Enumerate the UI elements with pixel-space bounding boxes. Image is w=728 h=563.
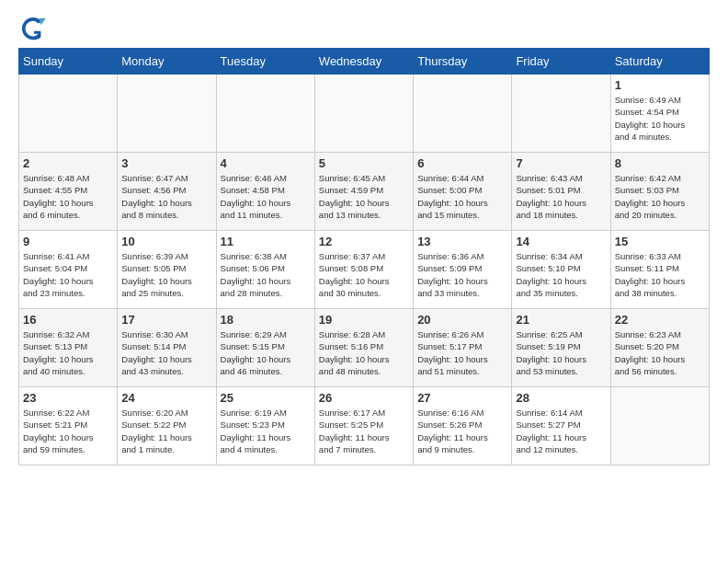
day-info: Sunrise: 6:45 AM Sunset: 4:59 PM Dayligh… xyxy=(319,172,409,221)
day-info: Sunrise: 6:37 AM Sunset: 5:08 PM Dayligh… xyxy=(319,250,409,299)
logo-icon xyxy=(20,17,46,42)
weekday-header-saturday: Saturday xyxy=(610,49,709,75)
calendar-cell xyxy=(118,75,216,153)
week-row-3: 9Sunrise: 6:41 AM Sunset: 5:04 PM Daylig… xyxy=(19,231,710,309)
day-number: 16 xyxy=(23,313,113,327)
day-info: Sunrise: 6:28 AM Sunset: 5:16 PM Dayligh… xyxy=(319,328,409,377)
day-info: Sunrise: 6:47 AM Sunset: 4:56 PM Dayligh… xyxy=(121,172,211,221)
day-info: Sunrise: 6:39 AM Sunset: 5:05 PM Dayligh… xyxy=(121,250,211,299)
day-info: Sunrise: 6:22 AM Sunset: 5:21 PM Dayligh… xyxy=(23,407,113,455)
day-info: Sunrise: 6:29 AM Sunset: 5:15 PM Dayligh… xyxy=(221,328,311,377)
weekday-header-row: SundayMondayTuesdayWednesdayThursdayFrid… xyxy=(19,49,710,75)
day-info: Sunrise: 6:23 AM Sunset: 5:20 PM Dayligh… xyxy=(615,328,705,377)
weekday-header-friday: Friday xyxy=(512,49,610,75)
weekday-header-sunday: Sunday xyxy=(19,49,118,75)
calendar-cell: 28Sunrise: 6:14 AM Sunset: 5:27 PM Dayli… xyxy=(512,387,610,465)
day-info: Sunrise: 6:34 AM Sunset: 5:10 PM Dayligh… xyxy=(516,250,606,299)
page-header xyxy=(18,18,710,39)
day-number: 13 xyxy=(417,235,507,248)
day-info: Sunrise: 6:19 AM Sunset: 5:23 PM Dayligh… xyxy=(221,407,311,455)
calendar-cell: 12Sunrise: 6:37 AM Sunset: 5:08 PM Dayli… xyxy=(314,231,413,309)
calendar-cell: 26Sunrise: 6:17 AM Sunset: 5:25 PM Dayli… xyxy=(314,387,413,465)
day-number: 12 xyxy=(319,235,409,248)
day-info: Sunrise: 6:42 AM Sunset: 5:03 PM Dayligh… xyxy=(615,172,705,221)
day-number: 15 xyxy=(615,235,705,248)
weekday-header-tuesday: Tuesday xyxy=(216,49,314,75)
day-number: 25 xyxy=(221,391,311,405)
calendar-cell: 21Sunrise: 6:25 AM Sunset: 5:19 PM Dayli… xyxy=(512,309,610,387)
calendar-cell: 18Sunrise: 6:29 AM Sunset: 5:15 PM Dayli… xyxy=(216,309,314,387)
day-number: 5 xyxy=(319,156,409,170)
day-number: 14 xyxy=(516,235,606,248)
calendar-cell: 16Sunrise: 6:32 AM Sunset: 5:13 PM Dayli… xyxy=(19,309,118,387)
calendar-cell: 22Sunrise: 6:23 AM Sunset: 5:20 PM Dayli… xyxy=(610,309,709,387)
calendar-cell: 19Sunrise: 6:28 AM Sunset: 5:16 PM Dayli… xyxy=(314,309,413,387)
day-number: 23 xyxy=(23,391,113,405)
day-info: Sunrise: 6:30 AM Sunset: 5:14 PM Dayligh… xyxy=(121,328,211,377)
day-number: 11 xyxy=(221,235,311,248)
day-info: Sunrise: 6:20 AM Sunset: 5:22 PM Dayligh… xyxy=(121,407,211,455)
calendar-cell: 15Sunrise: 6:33 AM Sunset: 5:11 PM Dayli… xyxy=(610,231,709,309)
day-number: 2 xyxy=(23,156,113,170)
calendar-cell: 10Sunrise: 6:39 AM Sunset: 5:05 PM Dayli… xyxy=(118,231,216,309)
day-info: Sunrise: 6:32 AM Sunset: 5:13 PM Dayligh… xyxy=(23,328,113,377)
calendar-cell xyxy=(314,75,413,153)
day-number: 18 xyxy=(221,313,311,327)
day-number: 22 xyxy=(615,313,705,327)
calendar-cell: 24Sunrise: 6:20 AM Sunset: 5:22 PM Dayli… xyxy=(118,387,216,465)
calendar-cell: 5Sunrise: 6:45 AM Sunset: 4:59 PM Daylig… xyxy=(314,153,413,231)
weekday-header-wednesday: Wednesday xyxy=(314,49,413,75)
logo xyxy=(18,18,46,39)
day-info: Sunrise: 6:48 AM Sunset: 4:55 PM Dayligh… xyxy=(23,172,113,221)
day-info: Sunrise: 6:44 AM Sunset: 5:00 PM Dayligh… xyxy=(417,172,507,221)
calendar-cell: 14Sunrise: 6:34 AM Sunset: 5:10 PM Dayli… xyxy=(512,231,610,309)
day-info: Sunrise: 6:38 AM Sunset: 5:06 PM Dayligh… xyxy=(221,250,311,299)
weekday-header-monday: Monday xyxy=(118,49,216,75)
week-row-1: 1Sunrise: 6:49 AM Sunset: 4:54 PM Daylig… xyxy=(19,75,710,153)
day-info: Sunrise: 6:16 AM Sunset: 5:26 PM Dayligh… xyxy=(417,407,507,455)
day-number: 17 xyxy=(121,313,211,327)
day-number: 24 xyxy=(121,391,211,405)
day-number: 19 xyxy=(319,313,409,327)
day-number: 21 xyxy=(516,313,606,327)
day-info: Sunrise: 6:43 AM Sunset: 5:01 PM Dayligh… xyxy=(516,172,606,221)
calendar-cell: 7Sunrise: 6:43 AM Sunset: 5:01 PM Daylig… xyxy=(512,153,610,231)
day-info: Sunrise: 6:49 AM Sunset: 4:54 PM Dayligh… xyxy=(615,94,705,143)
calendar-cell: 13Sunrise: 6:36 AM Sunset: 5:09 PM Dayli… xyxy=(414,231,512,309)
day-number: 28 xyxy=(516,391,606,405)
calendar-table: SundayMondayTuesdayWednesdayThursdayFrid… xyxy=(18,48,710,465)
calendar-cell: 3Sunrise: 6:47 AM Sunset: 4:56 PM Daylig… xyxy=(118,153,216,231)
day-number: 3 xyxy=(121,156,211,170)
calendar-cell: 27Sunrise: 6:16 AM Sunset: 5:26 PM Dayli… xyxy=(414,387,512,465)
calendar-cell xyxy=(610,387,709,465)
day-number: 26 xyxy=(319,391,409,405)
calendar-cell xyxy=(216,75,314,153)
calendar-cell: 17Sunrise: 6:30 AM Sunset: 5:14 PM Dayli… xyxy=(118,309,216,387)
day-number: 8 xyxy=(615,156,705,170)
calendar-cell: 2Sunrise: 6:48 AM Sunset: 4:55 PM Daylig… xyxy=(19,153,118,231)
calendar-cell: 6Sunrise: 6:44 AM Sunset: 5:00 PM Daylig… xyxy=(414,153,512,231)
day-info: Sunrise: 6:46 AM Sunset: 4:58 PM Dayligh… xyxy=(221,172,311,221)
day-info: Sunrise: 6:26 AM Sunset: 5:17 PM Dayligh… xyxy=(417,328,507,377)
day-info: Sunrise: 6:36 AM Sunset: 5:09 PM Dayligh… xyxy=(417,250,507,299)
calendar-cell: 23Sunrise: 6:22 AM Sunset: 5:21 PM Dayli… xyxy=(19,387,118,465)
day-info: Sunrise: 6:41 AM Sunset: 5:04 PM Dayligh… xyxy=(23,250,113,299)
day-info: Sunrise: 6:33 AM Sunset: 5:11 PM Dayligh… xyxy=(615,250,705,299)
weekday-header-thursday: Thursday xyxy=(414,49,512,75)
day-number: 10 xyxy=(121,235,211,248)
day-number: 4 xyxy=(221,156,311,170)
calendar-cell: 9Sunrise: 6:41 AM Sunset: 5:04 PM Daylig… xyxy=(19,231,118,309)
calendar-cell xyxy=(19,75,118,153)
day-number: 27 xyxy=(417,391,507,405)
day-number: 1 xyxy=(615,78,705,92)
day-info: Sunrise: 6:25 AM Sunset: 5:19 PM Dayligh… xyxy=(516,328,606,377)
day-info: Sunrise: 6:14 AM Sunset: 5:27 PM Dayligh… xyxy=(516,407,606,455)
calendar-cell xyxy=(512,75,610,153)
week-row-5: 23Sunrise: 6:22 AM Sunset: 5:21 PM Dayli… xyxy=(19,387,710,465)
week-row-4: 16Sunrise: 6:32 AM Sunset: 5:13 PM Dayli… xyxy=(19,309,710,387)
calendar-cell: 11Sunrise: 6:38 AM Sunset: 5:06 PM Dayli… xyxy=(216,231,314,309)
calendar-cell: 8Sunrise: 6:42 AM Sunset: 5:03 PM Daylig… xyxy=(610,153,709,231)
day-number: 7 xyxy=(516,156,606,170)
calendar-cell xyxy=(414,75,512,153)
calendar-cell: 4Sunrise: 6:46 AM Sunset: 4:58 PM Daylig… xyxy=(216,153,314,231)
